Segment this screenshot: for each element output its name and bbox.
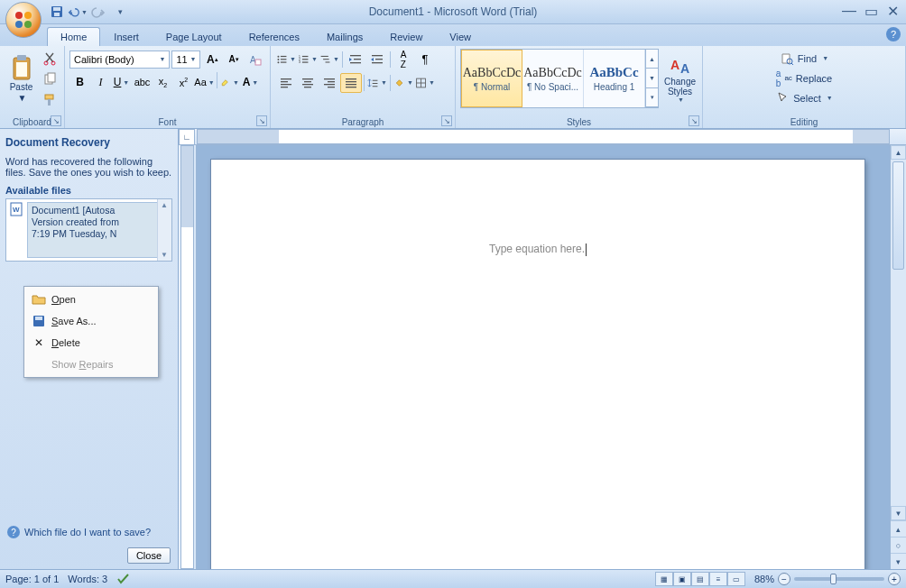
numbering-button[interactable]: 123▼ bbox=[297, 50, 319, 69]
tab-view[interactable]: View bbox=[436, 27, 485, 46]
clipboard-dialog-launcher[interactable]: ↘ bbox=[51, 115, 61, 126]
redo-button[interactable] bbox=[88, 2, 108, 22]
close-window-button[interactable]: ✕ bbox=[883, 4, 901, 18]
clear-formatting-button[interactable]: A bbox=[245, 50, 265, 69]
borders-button[interactable]: ▼ bbox=[414, 73, 436, 93]
shading-button[interactable]: ▼ bbox=[393, 73, 414, 93]
change-case-button[interactable]: Aa▼ bbox=[194, 72, 215, 92]
scroll-thumb[interactable] bbox=[892, 161, 904, 270]
font-name-combo[interactable]: Calibri (Body)▼ bbox=[69, 51, 170, 69]
ruler-corner[interactable]: ∟ bbox=[179, 129, 195, 145]
select-button[interactable]: Select▼ bbox=[707, 88, 901, 107]
format-painter-button[interactable] bbox=[40, 90, 60, 110]
copy-button[interactable] bbox=[40, 69, 60, 89]
file-list-scrollbar[interactable] bbox=[157, 199, 171, 261]
font-dialog-launcher[interactable]: ↘ bbox=[256, 115, 267, 126]
font-size-combo[interactable]: 11▼ bbox=[171, 51, 200, 69]
view-outline[interactable]: ≡ bbox=[709, 572, 727, 586]
zoom-in-button[interactable]: + bbox=[888, 573, 901, 585]
tab-home[interactable]: Home bbox=[47, 27, 100, 46]
next-page-button[interactable]: ▾ bbox=[891, 553, 906, 569]
bullets-button[interactable]: ▼ bbox=[275, 50, 297, 69]
qat-customize[interactable]: ▾ bbox=[109, 2, 129, 22]
view-web-layout[interactable]: ▤ bbox=[691, 572, 709, 586]
gallery-up[interactable]: ▲ bbox=[646, 50, 658, 69]
menu-delete[interactable]: ✕Delete bbox=[26, 332, 156, 354]
sort-button[interactable]: AZ bbox=[393, 50, 414, 69]
svg-rect-6 bbox=[54, 13, 60, 16]
zoom-level[interactable]: 88% bbox=[754, 574, 774, 584]
status-page[interactable]: Page: 1 of 1 bbox=[5, 574, 59, 584]
recovery-help-link[interactable]: ? Which file do I want to save? bbox=[7, 526, 151, 538]
vertical-scrollbar[interactable]: ▲ ▼ ▴ ○ ▾ bbox=[890, 145, 906, 569]
horizontal-ruler[interactable]: ∟ bbox=[179, 129, 906, 145]
save-button[interactable] bbox=[47, 2, 67, 22]
style-heading-1[interactable]: AaBbCc Heading 1 bbox=[584, 50, 645, 107]
tab-insert[interactable]: Insert bbox=[100, 27, 153, 46]
proofing-icon[interactable] bbox=[116, 572, 131, 586]
tab-mailings[interactable]: Mailings bbox=[313, 27, 376, 46]
gallery-more[interactable]: ▾ bbox=[646, 88, 658, 107]
font-color-button[interactable]: A▼ bbox=[240, 72, 261, 92]
shrink-font-button[interactable]: A▾ bbox=[224, 50, 244, 69]
align-center-button[interactable] bbox=[297, 73, 319, 93]
scroll-up[interactable]: ▲ bbox=[891, 145, 906, 160]
find-button[interactable]: Find▼ bbox=[707, 49, 901, 68]
svg-line-64 bbox=[791, 63, 793, 65]
status-words[interactable]: Words: 3 bbox=[68, 574, 107, 584]
svg-rect-36 bbox=[372, 55, 383, 56]
paste-button[interactable]: Paste ▼ bbox=[5, 49, 38, 108]
view-full-screen[interactable]: ▣ bbox=[673, 572, 691, 586]
italic-button[interactable]: I bbox=[90, 72, 111, 92]
document-page[interactable]: Type equation here. bbox=[211, 160, 864, 569]
browse-object-button[interactable]: ○ bbox=[891, 537, 906, 553]
justify-button[interactable] bbox=[340, 73, 362, 93]
prev-page-button[interactable]: ▴ bbox=[891, 520, 906, 537]
undo-button[interactable]: ▼ bbox=[68, 2, 88, 22]
decrease-indent-button[interactable] bbox=[345, 50, 366, 69]
highlight-button[interactable]: ▼ bbox=[219, 72, 240, 92]
tab-review[interactable]: Review bbox=[376, 27, 436, 46]
maximize-button[interactable]: ▭ bbox=[862, 4, 880, 18]
view-draft[interactable]: ▭ bbox=[727, 572, 745, 586]
tab-references[interactable]: References bbox=[236, 27, 313, 46]
paragraph-dialog-launcher[interactable]: ↘ bbox=[441, 115, 452, 126]
help-button[interactable]: ? bbox=[886, 27, 901, 41]
recovery-close-button[interactable]: Close bbox=[127, 547, 171, 564]
align-left-button[interactable] bbox=[275, 73, 297, 93]
underline-button[interactable]: U▼ bbox=[111, 72, 132, 92]
styles-dialog-launcher[interactable]: ↘ bbox=[689, 115, 699, 126]
style-no-spacing[interactable]: AaBbCcDc ¶ No Spaci... bbox=[522, 50, 584, 107]
strikethrough-button[interactable]: abc bbox=[132, 72, 153, 92]
view-print-layout[interactable]: ▦ bbox=[655, 572, 673, 586]
superscript-button[interactable]: x2 bbox=[173, 72, 194, 92]
bold-button[interactable]: B bbox=[69, 72, 90, 92]
replace-button[interactable]: abacReplace bbox=[707, 69, 901, 87]
office-button[interactable] bbox=[5, 2, 42, 38]
zoom-thumb[interactable] bbox=[830, 574, 837, 584]
zoom-out-button[interactable]: − bbox=[778, 573, 790, 585]
page-viewport[interactable]: Type equation here. bbox=[197, 145, 906, 569]
gallery-down[interactable]: ▼ bbox=[646, 69, 658, 87]
increase-indent-button[interactable] bbox=[366, 50, 388, 69]
align-right-button[interactable] bbox=[319, 73, 340, 93]
grow-font-button[interactable]: A▴ bbox=[202, 50, 222, 69]
tab-page-layout[interactable]: Page Layout bbox=[153, 27, 236, 46]
minimize-button[interactable]: — bbox=[840, 4, 858, 18]
status-bar: Page: 1 of 1 Words: 3 ▦ ▣ ▤ ≡ ▭ 88% − + bbox=[0, 569, 906, 588]
zoom-slider[interactable] bbox=[794, 577, 884, 581]
line-spacing-button[interactable]: ▼ bbox=[366, 73, 388, 93]
change-styles-button[interactable]: AA Change Styles ▼ bbox=[662, 49, 698, 108]
cut-button[interactable] bbox=[40, 49, 60, 69]
style-normal[interactable]: AaBbCcDc ¶ Normal bbox=[461, 50, 522, 107]
scroll-down[interactable]: ▼ bbox=[891, 506, 906, 520]
vertical-ruler[interactable] bbox=[179, 145, 197, 569]
show-marks-button[interactable]: ¶ bbox=[414, 50, 436, 69]
svg-rect-49 bbox=[324, 84, 335, 85]
subscript-button[interactable]: x2 bbox=[153, 72, 173, 92]
menu-save-as[interactable]: Save As... bbox=[26, 310, 156, 332]
equation-placeholder[interactable]: Type equation here. bbox=[489, 243, 587, 256]
multilevel-list-button[interactable]: ▼ bbox=[319, 50, 340, 69]
recovery-file-item[interactable]: Document1 [Autosa Version created from 7… bbox=[27, 202, 162, 258]
menu-open[interactable]: Open bbox=[26, 289, 156, 310]
